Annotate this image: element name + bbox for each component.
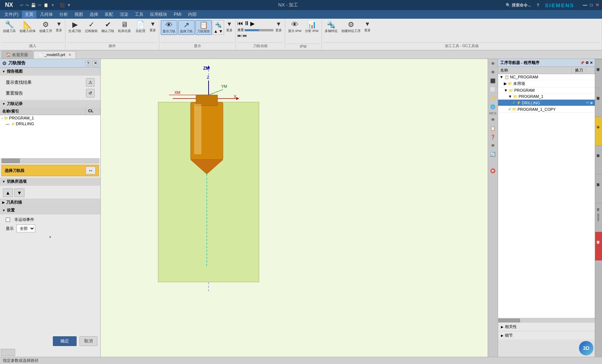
menu-tools[interactable]: 工具 <box>132 11 146 18</box>
menu-view[interactable]: 视图 <box>72 11 86 18</box>
expand-arrow[interactable]: ▼ <box>49 236 52 239</box>
search-box[interactable]: 🔍 搜索命令... <box>506 3 531 8</box>
sidebar-eye-4[interactable]: 👁 <box>489 142 497 150</box>
section-switch-options[interactable]: ▼ 切换所选项 <box>0 178 100 186</box>
non-motion-checkbox[interactable] <box>6 218 10 222</box>
sidebar-rect[interactable]: ⬛ <box>489 77 497 85</box>
confirm-toolpath-btn[interactable]: ✔ 确认刀轨 <box>100 20 116 34</box>
select-toolpath-action-btn[interactable]: ↔ <box>86 167 96 174</box>
insert-more-btn[interactable]: ▼ 更多 <box>54 20 64 33</box>
viewport[interactable]: ZM Z XM X YM <box>101 59 488 357</box>
create-tool-btn[interactable]: 🔧 创建刀具 <box>1 20 17 34</box>
analyze-ipw-btn[interactable]: 📊 分析 IPW <box>304 20 320 34</box>
gc-more-btn[interactable]: ▼ 更多 <box>363 20 372 33</box>
far-tab-4[interactable]: 系统材料 <box>595 145 602 174</box>
section-report-view[interactable]: ▼ 报告视图 <box>0 68 100 76</box>
create-feature-op-btn[interactable]: ⚙ 创建特征工序 <box>340 20 362 34</box>
rp-program-expand[interactable]: ▼ <box>504 88 508 92</box>
window-controls[interactable]: — □ ✕ <box>583 3 599 8</box>
ops-more-btn[interactable]: ▼ 更多 <box>148 20 158 33</box>
far-tab-5[interactable]: 视图管理 <box>595 174 602 203</box>
close-btn[interactable]: ✕ <box>596 3 599 8</box>
rp-program1-expand[interactable]: ▼ <box>508 94 512 99</box>
switch-up-btn[interactable]: ▲ <box>3 188 13 197</box>
display-select[interactable]: 全部 部分 无 <box>17 224 35 232</box>
rp-row-program[interactable]: ▼ 📁 PROGRAM <box>498 87 595 94</box>
sidebar-eye-1[interactable]: 👁 <box>489 60 497 68</box>
tree-drilling[interactable]: — ⚡ DRILLING <box>0 121 100 127</box>
check-toolpath-btn[interactable]: ✓ 过检验轨 <box>83 20 99 34</box>
far-tab-2[interactable]: 装配导航器 <box>595 88 602 117</box>
tree-program1[interactable]: - 📁 PROGRAM_1 <box>0 115 100 121</box>
tab-model-close[interactable]: ✕ <box>68 53 71 57</box>
tree-scrollbar[interactable] <box>1 158 99 163</box>
panel-close-btn[interactable]: ✕ <box>92 60 98 66</box>
copy-btn[interactable]: 📋 <box>44 3 49 8</box>
menu-analysis[interactable]: 分析 <box>56 11 71 18</box>
switch-down-btn[interactable]: ▼ <box>14 188 24 197</box>
rp-pin-btn[interactable]: 📌 <box>580 61 584 65</box>
menu-modules[interactable]: 应用模块 <box>147 11 170 18</box>
display-more-btn[interactable]: ▼ 更多 <box>225 20 234 33</box>
anim-more-btn[interactable]: ▼ 更多 <box>274 20 283 33</box>
rp-row-unused[interactable]: ▶ 📁 未用项 <box>498 80 595 87</box>
sidebar-bolt[interactable]: ⚡ <box>489 94 497 102</box>
rp-row-nc-program[interactable]: ▼ 📋 NC_PROGRAM <box>498 74 595 80</box>
anim-step-back-btn[interactable]: ⏭ <box>237 33 242 38</box>
tab-model[interactable]: 📄 _model3.prt ✕ <box>33 51 76 59</box>
machine-sim-btn[interactable]: 🖥 机床仿真 <box>117 20 132 34</box>
sidebar-eye-2[interactable]: 👁 <box>489 68 497 76</box>
sidebar-circle[interactable]: ⭕ <box>489 167 497 175</box>
sidebar-globe[interactable]: 🌐 <box>489 103 497 111</box>
rp-unused-expand[interactable]: ▶ <box>504 81 507 86</box>
quick-access[interactable]: ▼ <box>51 3 55 7</box>
undo-btn[interactable]: ↩ <box>20 3 23 8</box>
redo-btn[interactable]: ↪ <box>26 3 29 8</box>
rp-scrollbar[interactable] <box>498 318 595 322</box>
menu-select[interactable]: 选择 <box>87 11 101 18</box>
select-toolpath-btn[interactable]: ↗ 选择刀轨 <box>178 20 195 35</box>
minimize-btn[interactable]: — <box>583 3 587 8</box>
tool-arrow-down[interactable]: ▼ <box>219 29 223 34</box>
anim-pause-btn[interactable]: ⏸ <box>244 20 250 27</box>
panel-help-btn[interactable]: ? <box>85 60 91 66</box>
sidebar-square[interactable]: ⬜ <box>489 86 497 94</box>
section-tool-scan[interactable]: ▶ 刀具扫描 <box>0 199 100 206</box>
menu-pmi[interactable]: PMI <box>171 11 184 18</box>
rp-drilling-pencil[interactable]: ✏ <box>586 101 589 105</box>
cancel-button[interactable]: 取消 <box>79 336 97 346</box>
create-operation-btn[interactable]: ⚙ 创建工序 <box>38 20 54 34</box>
tool-widget-arrows[interactable]: ▲ ▼ <box>214 29 223 34</box>
section-settings[interactable]: ▼ 设置 <box>0 206 100 214</box>
menu-assembly[interactable]: 装配 <box>102 11 116 18</box>
sidebar-refresh[interactable]: 🔄 <box>489 150 497 158</box>
rp-close-btn[interactable]: ✕ <box>590 61 593 65</box>
far-tab-6[interactable]: HD3D工具 <box>595 203 602 232</box>
tool-arrow-up[interactable]: ▲ <box>214 29 218 34</box>
menu-internal[interactable]: 内部 <box>185 11 200 18</box>
screen-btn[interactable]: ⬛ <box>60 3 65 8</box>
restore-btn[interactable]: □ <box>590 3 593 8</box>
rp-nc-expand[interactable]: ▼ <box>500 75 503 79</box>
sidebar-grid[interactable]: 📋 <box>489 124 497 132</box>
rp-related[interactable]: ▶ 相关性 <box>498 322 595 331</box>
menu-geometry[interactable]: 几何体 <box>37 11 56 18</box>
section-toolpath-record[interactable]: ▼ 刀轨记录 <box>0 100 100 108</box>
rp-row-program1-copy[interactable]: ✓ 📁 PROGRAM_1_COPY <box>498 106 595 113</box>
help-icon[interactable]: ? <box>537 3 539 7</box>
far-tab-1[interactable]: 约束导航器 <box>595 59 602 88</box>
sidebar-help[interactable]: ❓ <box>489 133 497 141</box>
show-ipw-btn[interactable]: 👁 显示 IPW <box>287 20 303 34</box>
save-btn[interactable]: 💾 <box>31 3 36 8</box>
program1-expand[interactable]: - <box>1 116 3 120</box>
speed-slider[interactable] <box>245 29 273 31</box>
anim-back-btn[interactable]: ⏮ <box>237 20 243 27</box>
tab-welcome[interactable]: 🏠 欢迎页面 <box>1 51 33 59</box>
sidebar-eye-3[interactable]: 👁 <box>489 116 497 124</box>
rp-row-drilling[interactable]: ✓ ⚡ DRILLING ✏ ▶ <box>498 100 595 106</box>
cut-btn[interactable]: ✂ <box>38 3 41 8</box>
rp-settings-btn[interactable]: ⚙ <box>585 61 589 65</box>
reset-report-btn[interactable]: ↺ <box>86 89 95 97</box>
rp-detail[interactable]: ▶ 细节 <box>498 331 595 340</box>
ok-button[interactable]: 确定 <box>53 336 77 346</box>
